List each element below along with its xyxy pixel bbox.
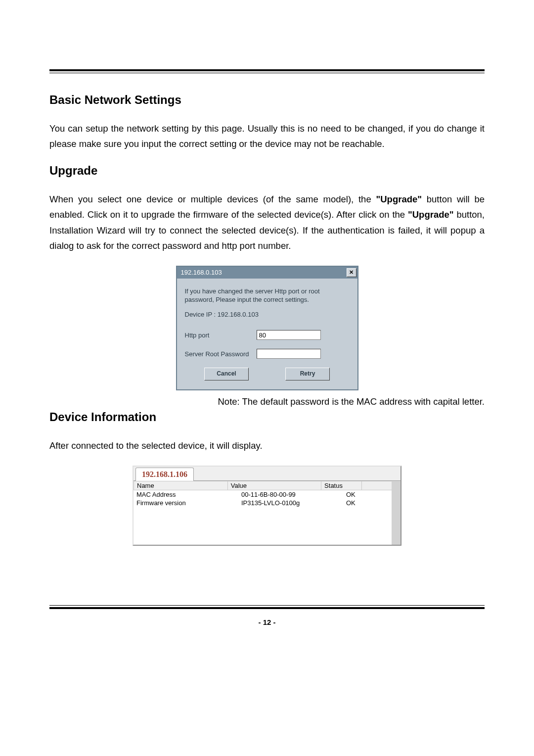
table-header-row: Name Value Status xyxy=(134,481,392,490)
dialog-button-row: Cancel Retry xyxy=(185,368,350,380)
cell-status: OK xyxy=(343,490,386,499)
note-text: Note: The default password is the MAC ad… xyxy=(49,396,485,407)
heading-device-info: Device Information xyxy=(49,410,485,424)
dialog-title: 192.168.0.103 xyxy=(181,269,222,276)
device-info-table: Name Value Status xyxy=(134,481,392,490)
page-number: - 12 - xyxy=(49,618,485,626)
device-info-table-body: MAC Address 00-11-6B-80-00-99 OK Firmwar… xyxy=(134,490,392,507)
text-segment: When you select one device or multiple d… xyxy=(49,194,376,204)
paragraph-basic-network: You can setup the network setting by thi… xyxy=(49,121,485,152)
bottom-horizontal-rule xyxy=(49,605,485,609)
dialog-device-ip: Device IP : 192.168.0.103 xyxy=(185,311,350,318)
tab-device-ip[interactable]: 192.168.1.106 xyxy=(135,468,194,481)
col-header-status[interactable]: Status xyxy=(321,481,362,490)
http-port-input[interactable] xyxy=(257,330,321,340)
heading-upgrade: Upgrade xyxy=(49,164,485,178)
col-header-spacer xyxy=(361,481,392,490)
dialog-message: If you have changed the server Http port… xyxy=(185,287,350,304)
device-info-panel: 192.168.1.106 Name Value Status xyxy=(133,466,401,546)
password-input[interactable] xyxy=(257,349,321,359)
cell-status: OK xyxy=(343,499,386,507)
heading-basic-network: Basic Network Settings xyxy=(49,93,485,107)
http-port-label: Http port xyxy=(185,331,257,339)
cell-value: IP3135-LVLO-0100g xyxy=(238,499,343,507)
dialog-titlebar: 192.168.0.103 ✕ xyxy=(177,267,357,279)
table-scroll-area: Name Value Status MAC Address 00-11-6B-8… xyxy=(134,481,400,545)
table-row: MAC Address 00-11-6B-80-00-99 OK xyxy=(134,490,392,499)
cell-value: 00-11-6B-80-00-99 xyxy=(238,490,343,499)
auth-dialog: 192.168.0.103 ✕ If you have changed the … xyxy=(176,266,358,391)
device-info-screenshot: 192.168.1.106 Name Value Status xyxy=(49,466,485,546)
http-port-row: Http port xyxy=(185,330,350,340)
text-bold-upgrade-1: "Upgrade" xyxy=(376,194,422,204)
table-row: Firmware version IP3135-LVLO-0100g OK xyxy=(134,499,392,507)
dialog-screenshot: 192.168.0.103 ✕ If you have changed the … xyxy=(49,266,485,391)
cancel-button[interactable]: Cancel xyxy=(204,368,249,380)
tab-row: 192.168.1.106 xyxy=(134,467,400,481)
close-icon[interactable]: ✕ xyxy=(347,268,356,277)
password-row: Server Root Password xyxy=(185,349,350,359)
paragraph-device-info: After connected to the selected device, … xyxy=(49,438,485,453)
retry-button[interactable]: Retry xyxy=(285,368,330,380)
col-header-name[interactable]: Name xyxy=(134,481,228,490)
cell-name: MAC Address xyxy=(134,490,238,499)
table-body-area: MAC Address 00-11-6B-80-00-99 OK Firmwar… xyxy=(134,490,392,545)
col-header-value[interactable]: Value xyxy=(227,481,321,490)
top-horizontal-rule xyxy=(49,69,485,73)
paragraph-upgrade: When you select one device or multiple d… xyxy=(49,191,485,254)
cell-spacer xyxy=(386,499,392,507)
document-page: Basic Network Settings You can setup the… xyxy=(0,0,534,656)
cell-name: Firmware version xyxy=(134,499,238,507)
dialog-body: If you have changed the server Http port… xyxy=(177,279,357,390)
text-bold-upgrade-2: "Upgrade" xyxy=(408,209,454,220)
cell-spacer xyxy=(386,490,392,499)
password-label: Server Root Password xyxy=(185,350,257,358)
